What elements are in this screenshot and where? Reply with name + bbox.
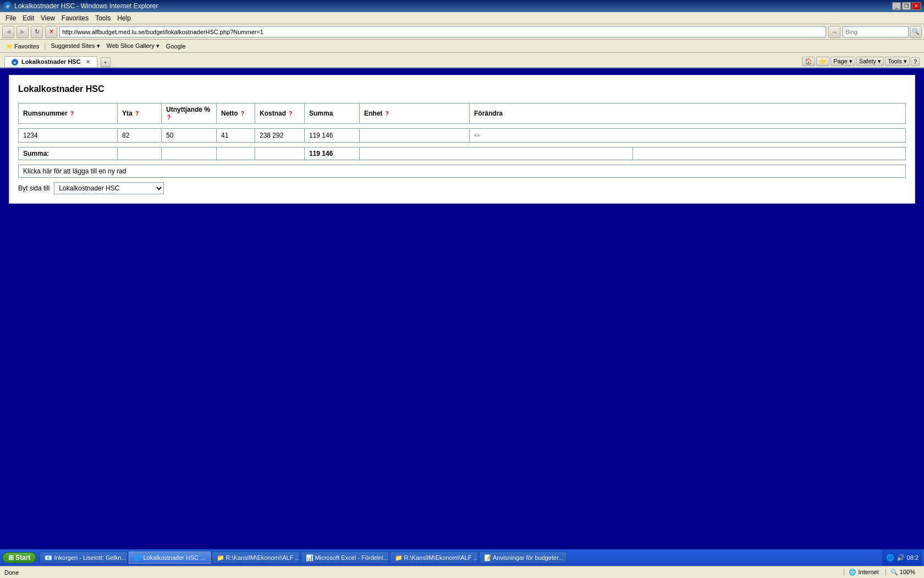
add-row-cell[interactable]: Klicka här för att lägga till en ny rad xyxy=(19,165,906,178)
cell-netto: 41 xyxy=(217,129,255,143)
tab-close-icon[interactable]: ✕ xyxy=(86,59,90,65)
google-label: Google xyxy=(166,43,185,50)
page-title: Lokalkostnader HSC xyxy=(18,84,906,94)
page-button[interactable]: Page ▾ xyxy=(831,57,855,66)
search-bar: 🔍 xyxy=(843,26,922,38)
nav-section: Byt sida till Lokalkostnader HSC xyxy=(18,182,906,194)
menu-bar: File Edit View Favorites Tools Help xyxy=(0,12,924,24)
cell-kostnad: 238 292 xyxy=(255,129,305,143)
table-header-row: Rumsnummer ? Yta ? Utnyttjande % ? Netto… xyxy=(19,103,906,124)
cell-yta: 82 xyxy=(118,129,162,143)
yta-help[interactable]: ? xyxy=(135,111,139,117)
col-header-enhet: Enhet ? xyxy=(360,103,470,124)
window-title: Lokalkostnader HSC - Windows Internet Ex… xyxy=(14,2,158,10)
favorites-button[interactable]: ⭐ Favorites xyxy=(4,42,41,50)
favorites-label: Favorites xyxy=(14,43,39,50)
help-button[interactable]: ? xyxy=(911,57,920,66)
col-header-rumsnummer: Rumsnummer ? xyxy=(19,103,118,124)
browser-content: Lokalkostnader HSC Rumsnummer ? Yta ? Ut… xyxy=(9,75,915,204)
utnyttjande-help[interactable]: ? xyxy=(167,114,170,121)
enhet-help[interactable]: ? xyxy=(386,111,389,117)
tab-bar: e Lokalkostnader HSC ✕ + 🏠 ⭐ Page ▾ Safe… xyxy=(0,53,924,68)
data-table: Rumsnummer ? Yta ? Utnyttjande % ? Netto… xyxy=(18,103,906,143)
favorites-bar: ⭐ Favorites | Suggested Sites ▾ Web Slic… xyxy=(0,40,924,53)
col-header-netto: Netto ? xyxy=(217,103,255,124)
netto-help[interactable]: ? xyxy=(241,111,244,117)
table-row: 1234 82 50 41 238 292 119 146 ✏ xyxy=(19,129,906,143)
menu-help[interactable]: Help xyxy=(114,13,134,23)
col-header-utnyttjande: Utnyttjande % ? xyxy=(162,103,217,124)
title-bar: e Lokalkostnader HSC - Windows Internet … xyxy=(0,0,924,12)
rumsnummer-help[interactable]: ? xyxy=(70,111,74,117)
restore-button[interactable]: ❐ xyxy=(902,2,911,10)
summa-empty4 xyxy=(255,148,305,160)
col-header-summa: Summa xyxy=(305,103,360,124)
stop-button[interactable]: ✕ xyxy=(45,26,57,38)
kostnad-help[interactable]: ? xyxy=(289,111,292,117)
web-slice-gallery-label: Web Slice Gallery ▾ xyxy=(107,42,160,50)
favorites-google[interactable]: Google xyxy=(164,42,187,50)
add-row-table: Klicka här för att lägga till en ny rad xyxy=(18,165,906,178)
nav-bar: ◀ ▶ ↻ ✕ → 🔍 xyxy=(0,24,924,40)
add-favorites-button[interactable]: ⭐ xyxy=(816,57,829,66)
content-area: Lokalkostnader HSC Rumsnummer ? Yta ? Ut… xyxy=(0,68,924,536)
summa-empty5 xyxy=(360,148,633,160)
star-icon: ⭐ xyxy=(6,43,13,49)
menu-file[interactable]: File xyxy=(2,13,19,23)
home-button[interactable]: 🏠 xyxy=(802,57,815,66)
forward-button[interactable]: ▶ xyxy=(16,26,29,38)
tab-toolbar: 🏠 ⭐ Page ▾ Safety ▾ Tools ▾ ? xyxy=(802,57,920,67)
summa-empty1 xyxy=(118,148,162,160)
search-button[interactable]: 🔍 xyxy=(910,26,922,38)
summa-empty2 xyxy=(162,148,217,160)
add-row-label: Klicka här för att lägga till en ny rad xyxy=(23,167,126,175)
cell-summa: 119 146 xyxy=(305,129,360,143)
edit-icon[interactable]: ✏ xyxy=(474,131,481,140)
menu-view[interactable]: View xyxy=(37,13,58,23)
search-input[interactable] xyxy=(843,26,909,37)
spacer-row xyxy=(19,124,906,129)
go-button[interactable]: → xyxy=(828,26,840,38)
back-button[interactable]: ◀ xyxy=(2,26,14,38)
favorites-web-slice-gallery[interactable]: Web Slice Gallery ▾ xyxy=(105,42,161,50)
address-bar-container: → xyxy=(59,26,840,38)
col-header-forandra: Förändra xyxy=(470,103,906,124)
cell-enhet xyxy=(360,129,470,143)
suggested-sites-label: Suggested Sites ▾ xyxy=(51,42,100,50)
menu-edit[interactable]: Edit xyxy=(19,13,37,23)
menu-favorites[interactable]: Favorites xyxy=(58,13,92,23)
refresh-button[interactable]: ↻ xyxy=(31,26,43,38)
summa-value-cell: 119 146 xyxy=(305,148,360,160)
summa-label: Summa: xyxy=(23,150,49,157)
tools-button[interactable]: Tools ▾ xyxy=(885,57,910,66)
favorites-suggested-sites[interactable]: Suggested Sites ▾ xyxy=(49,42,101,50)
add-row[interactable]: Klicka här för att lägga till en ny rad xyxy=(19,165,906,178)
cell-utnyttjande: 50 xyxy=(162,129,217,143)
close-button[interactable]: ✕ xyxy=(912,2,921,10)
safety-button[interactable]: Safety ▾ xyxy=(856,57,884,66)
tab-icon: e xyxy=(12,59,18,66)
address-input[interactable] xyxy=(59,26,826,37)
col-header-yta: Yta ? xyxy=(118,103,162,124)
new-tab-button[interactable]: + xyxy=(101,57,111,67)
summa-empty6 xyxy=(632,148,906,160)
nav-section-label: Byt sida till xyxy=(18,184,50,192)
col-header-kostnad: Kostnad ? xyxy=(255,103,305,124)
cell-rumsnummer: 1234 xyxy=(19,129,118,143)
minimize-button[interactable]: _ xyxy=(892,2,901,10)
menu-tools[interactable]: Tools xyxy=(92,13,114,23)
summa-label-cell: Summa: xyxy=(19,148,118,160)
summa-row: Summa: 119 146 xyxy=(19,148,906,160)
summa-empty3 xyxy=(217,148,255,160)
active-tab[interactable]: e Lokalkostnader HSC ✕ xyxy=(4,56,97,68)
nav-select[interactable]: Lokalkostnader HSC xyxy=(54,182,164,194)
cell-forandra: ✏ xyxy=(470,129,906,143)
ie-logo: e xyxy=(3,2,12,10)
summa-table: Summa: 119 146 xyxy=(18,147,906,160)
tab-label: Lokalkostnader HSC xyxy=(21,58,81,65)
